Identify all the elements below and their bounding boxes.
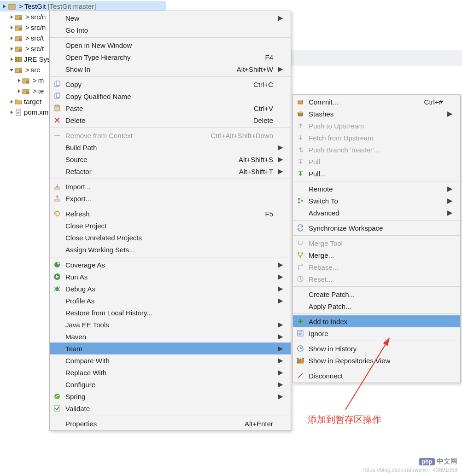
svg-point-7 xyxy=(19,28,22,30)
menu-item-replace-with[interactable]: Replace With▶ xyxy=(50,366,291,378)
team-item-remote[interactable]: Remote▶ xyxy=(293,183,460,195)
spring-icon xyxy=(53,392,62,401)
menu-item-coverage-as[interactable]: Coverage As▶ xyxy=(50,259,291,271)
menu-item-go-into[interactable]: Go Into xyxy=(50,24,291,36)
menu-item-open-in-new-window[interactable]: Open in New Window xyxy=(50,39,291,51)
menu-item-open-type-hierarchy[interactable]: Open Type HierarchyF4 xyxy=(50,51,291,63)
menu-item-refresh[interactable]: RefreshF5 xyxy=(50,208,291,220)
menu-separator xyxy=(50,128,290,128)
submenu-arrow-icon: ▶ xyxy=(278,332,283,341)
submenu-arrow-icon: ▶ xyxy=(278,368,283,377)
team-item-ignore[interactable]: Ignore xyxy=(293,327,460,339)
menu-separator xyxy=(50,206,290,206)
menu-item-run-as[interactable]: Run As▶ xyxy=(50,271,291,283)
menu-item-copy[interactable]: CopyCtrl+C xyxy=(50,78,291,90)
menu-item-profile-as[interactable]: Profile As▶ xyxy=(50,295,291,307)
menu-item-import[interactable]: Import... xyxy=(50,180,291,192)
submenu-arrow-icon: ▶ xyxy=(278,380,283,389)
expand-icon[interactable] xyxy=(8,46,15,52)
menu-item-copy-qualified-name[interactable]: Copy Qualified Name xyxy=(50,90,291,102)
package-icon xyxy=(22,77,29,84)
team-item-pull[interactable]: Pull... xyxy=(293,168,460,180)
expand-icon[interactable] xyxy=(16,77,22,84)
submenu-arrow-icon: ▶ xyxy=(278,167,283,175)
tree-root[interactable]: > TestGit [TestGit master] xyxy=(0,1,166,12)
menu-item-debug-as[interactable]: Debug As▶ xyxy=(50,283,291,295)
menu-item-restore-from-local-history[interactable]: Restore from Local History... xyxy=(50,307,291,319)
menu-item-build-path[interactable]: Build Path▶ xyxy=(50,141,291,153)
menu-label: Open Type Hierarchy xyxy=(65,53,254,61)
submenu-arrow-icon: ▶ xyxy=(278,356,283,365)
menu-item-compare-with[interactable]: Compare With▶ xyxy=(50,354,291,366)
dirty-marker: > xyxy=(25,45,29,52)
menu-item-validate[interactable]: Validate xyxy=(50,402,291,414)
submenu-arrow-icon: ▶ xyxy=(447,110,453,118)
stash-icon xyxy=(296,109,305,118)
expand-icon[interactable] xyxy=(8,35,15,41)
merge-icon xyxy=(296,250,305,260)
menu-accelerator: Alt+Shift+T xyxy=(239,168,273,175)
expand-icon[interactable] xyxy=(8,109,15,116)
expand-icon[interactable] xyxy=(8,56,15,63)
menu-item-assign-working-sets[interactable]: Assign Working Sets... xyxy=(50,244,291,255)
menu-item-show-in[interactable]: Show InAlt+Shift+W▶ xyxy=(50,63,291,75)
menu-item-close-project[interactable]: Close Project xyxy=(50,220,291,232)
team-item-merge[interactable]: Merge... xyxy=(293,249,460,261)
context-menu[interactable]: New▶Go IntoOpen in New WindowOpen Type H… xyxy=(49,11,291,431)
expand-icon[interactable] xyxy=(8,24,15,31)
menu-label: Push Branch 'master'... xyxy=(309,146,443,154)
menu-item-maven[interactable]: Maven▶ xyxy=(50,331,291,342)
blank-icon xyxy=(296,290,305,299)
item-label: pom.xm xyxy=(24,108,48,116)
team-submenu[interactable]: Commit...Ctrl+#Stashes▶Push to UpstreamF… xyxy=(292,94,461,383)
menu-item-java-ee-tools[interactable]: Java EE Tools▶ xyxy=(50,319,291,331)
menu-item-remove-from-context: Remove from ContextCtrl+Alt+Shift+Down xyxy=(50,129,291,141)
team-item-apply-patch[interactable]: Apply Patch... xyxy=(293,300,460,312)
menu-item-refactor[interactable]: RefactorAlt+Shift+T▶ xyxy=(50,165,291,177)
menu-separator xyxy=(293,286,460,287)
team-item-add-to-index[interactable]: Add to Index xyxy=(293,315,460,327)
menu-item-team[interactable]: Team▶ xyxy=(50,342,291,354)
expand-icon[interactable] xyxy=(8,99,15,105)
team-item-switch-to[interactable]: Switch To▶ xyxy=(293,195,460,207)
team-item-synchronize-workspace[interactable]: Synchronize Workspace xyxy=(293,222,460,234)
team-item-merge-tool: Merge Tool xyxy=(293,237,460,249)
sync-icon xyxy=(296,223,305,232)
blank-icon xyxy=(296,302,305,311)
copy-q-icon xyxy=(53,92,62,101)
team-item-show-in-repositories-view[interactable]: GITShow in Repositories View xyxy=(293,354,460,366)
team-item-reset: Reset... xyxy=(293,273,460,285)
submenu-arrow-icon: ▶ xyxy=(278,392,283,401)
blank-icon xyxy=(53,52,62,62)
menu-item-delete[interactable]: DeleteDelete xyxy=(50,114,291,126)
menu-item-paste[interactable]: PasteCtrl+V xyxy=(50,102,291,114)
team-item-advanced[interactable]: Advanced▶ xyxy=(293,207,460,219)
menu-item-spring[interactable]: Spring▶ xyxy=(50,390,291,402)
expand-icon[interactable] xyxy=(16,88,22,94)
team-item-disconnect[interactable]: Disconnect xyxy=(293,370,460,382)
menu-item-source[interactable]: SourceAlt+Shift+S▶ xyxy=(50,153,291,165)
menu-item-new[interactable]: New▶ xyxy=(50,12,291,24)
expand-icon[interactable] xyxy=(8,14,15,20)
submenu-arrow-icon: ▶ xyxy=(278,273,283,281)
svg-text:GIT: GIT xyxy=(297,357,304,364)
team-item-show-in-history[interactable]: Show in History xyxy=(293,342,460,354)
team-item-commit[interactable]: Commit...Ctrl+# xyxy=(293,96,460,108)
menu-label: Show in Repositories View xyxy=(309,357,443,365)
menu-item-properties[interactable]: PropertiesAlt+Enter xyxy=(50,418,291,430)
menu-item-export[interactable]: Export... xyxy=(50,192,291,204)
file-icon xyxy=(15,109,22,116)
run-icon xyxy=(53,272,62,281)
menu-item-close-unrelated-projects[interactable]: Close Unrelated Projects xyxy=(50,232,291,244)
menu-item-configure[interactable]: Configure▶ xyxy=(50,378,291,390)
svg-rect-34 xyxy=(56,93,60,98)
team-item-stashes[interactable]: Stashes▶ xyxy=(293,108,460,120)
blank-icon xyxy=(53,320,62,329)
expand-icon[interactable] xyxy=(8,67,15,73)
expand-icon[interactable] xyxy=(2,3,8,10)
site-logo: php 中文网 xyxy=(419,457,457,466)
copy-icon xyxy=(53,80,62,89)
menu-separator xyxy=(293,235,460,236)
team-item-create-patch[interactable]: Create Patch... xyxy=(293,288,460,300)
blank-icon xyxy=(53,368,62,377)
